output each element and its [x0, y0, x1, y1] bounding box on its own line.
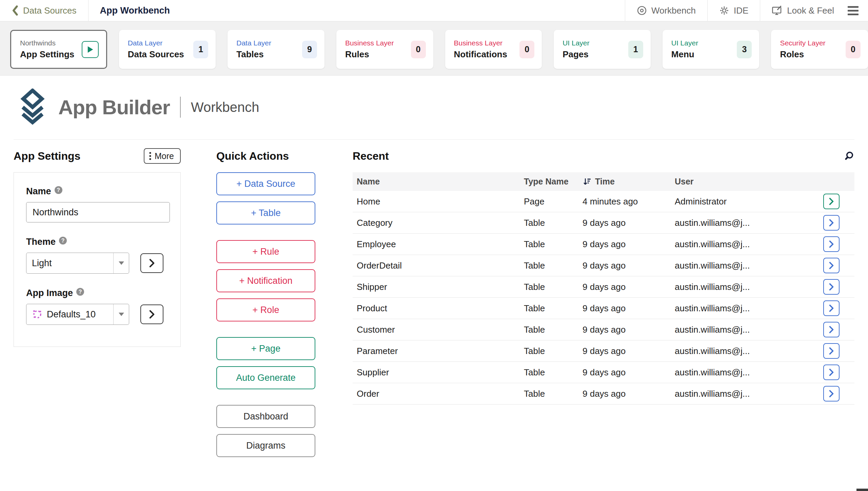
- open-row-button[interactable]: [823, 215, 840, 231]
- open-row-button[interactable]: [823, 194, 840, 209]
- table-row[interactable]: OrderDetail Table 9 days ago austin.will…: [353, 255, 854, 276]
- card-pages[interactable]: UI Layer Pages 1: [554, 30, 651, 69]
- count-badge: 9: [302, 41, 317, 58]
- card-app-settings[interactable]: Northwinds App Settings: [10, 30, 107, 69]
- horizontal-scrollbar-thumb[interactable]: [856, 489, 868, 491]
- table-row[interactable]: Supplier Table 9 days ago austin.william…: [353, 362, 854, 383]
- chevron-down-icon: [119, 261, 124, 265]
- row-time: 4 minutes ago: [583, 196, 675, 207]
- help-icon[interactable]: ?: [59, 237, 67, 244]
- chevron-right-icon: [829, 305, 834, 312]
- nav-item-workbench[interactable]: Workbench: [637, 5, 696, 16]
- add-data-source-button[interactable]: + Data Source: [216, 172, 315, 195]
- column-header-time[interactable]: Time: [583, 177, 675, 186]
- run-app-button[interactable]: [82, 41, 99, 58]
- card-notifications[interactable]: Business Layer Notifications 0: [445, 30, 542, 69]
- name-label: Name: [26, 186, 51, 197]
- row-user: austin.williams@j...: [675, 282, 823, 292]
- row-type: Table: [524, 367, 583, 378]
- row-user: austin.williams@j...: [675, 303, 823, 314]
- add-notification-button[interactable]: + Notification: [216, 269, 315, 292]
- row-name: Product: [353, 303, 524, 314]
- auto-generate-button[interactable]: Auto Generate: [216, 366, 315, 389]
- column-header-time-label: Time: [595, 177, 615, 186]
- row-time: 9 days ago: [583, 367, 675, 378]
- add-page-button[interactable]: + Page: [216, 337, 315, 360]
- open-row-button[interactable]: [823, 300, 840, 316]
- table-row[interactable]: Customer Table 9 days ago austin.william…: [353, 319, 854, 340]
- table-row[interactable]: Shipper Table 9 days ago austin.williams…: [353, 276, 854, 298]
- chevron-down-icon: [119, 313, 124, 316]
- add-role-button[interactable]: + Role: [216, 298, 315, 321]
- row-time: 9 days ago: [583, 346, 675, 356]
- nav-item-look-and-feel[interactable]: Look & Feel: [772, 5, 834, 16]
- card-menu[interactable]: UI Layer Menu 3: [663, 30, 760, 69]
- card-data-sources[interactable]: Data Layer Data Sources 1: [119, 30, 216, 69]
- row-type: Table: [524, 260, 583, 271]
- menu-hamburger-icon[interactable]: [848, 6, 859, 15]
- row-time: 9 days ago: [583, 389, 675, 399]
- card-roles[interactable]: Security Layer Roles 0: [771, 30, 868, 69]
- table-row[interactable]: Product Table 9 days ago austin.williams…: [353, 298, 854, 319]
- table-row[interactable]: Order Table 9 days ago austin.williams@j…: [353, 383, 854, 405]
- chevron-right-icon: [149, 259, 155, 268]
- open-row-button[interactable]: [823, 236, 840, 252]
- add-table-button[interactable]: + Table: [216, 201, 315, 224]
- divider: [625, 0, 625, 21]
- count-badge: 0: [846, 41, 861, 58]
- open-row-button[interactable]: [823, 386, 840, 401]
- nav-item-ide[interactable]: IDE: [719, 5, 748, 16]
- open-row-button[interactable]: [823, 279, 840, 295]
- row-time: 9 days ago: [583, 282, 675, 292]
- open-row-button[interactable]: [823, 322, 840, 337]
- row-type: Table: [524, 389, 583, 399]
- back-to-data-sources[interactable]: Data Sources: [12, 5, 77, 16]
- search-icon[interactable]: [844, 151, 854, 161]
- column-header-name[interactable]: Name: [353, 177, 524, 186]
- layer-card-strip: Northwinds App Settings Data Layer Data …: [0, 21, 868, 76]
- card-name: Pages: [563, 49, 589, 60]
- table-row[interactable]: Category Table 9 days ago austin.william…: [353, 212, 854, 234]
- card-layer: Business Layer: [454, 39, 507, 47]
- theme-dropdown[interactable]: Light: [26, 253, 129, 274]
- column-header-user[interactable]: User: [675, 177, 823, 186]
- help-icon[interactable]: ?: [76, 288, 84, 296]
- nav-item-label: Look & Feel: [787, 5, 834, 16]
- more-label: More: [155, 151, 174, 161]
- card-name: Tables: [236, 49, 271, 60]
- column-header-type[interactable]: Type Name: [524, 177, 583, 186]
- table-row[interactable]: Employee Table 9 days ago austin.william…: [353, 234, 854, 255]
- open-row-button[interactable]: [823, 365, 840, 380]
- open-row-button[interactable]: [823, 258, 840, 273]
- divider: [14, 139, 854, 140]
- help-icon[interactable]: ?: [55, 186, 62, 194]
- more-button[interactable]: More: [144, 148, 181, 164]
- app-image-dropdown[interactable]: Defaults_10: [26, 304, 129, 325]
- app-image-open-button[interactable]: [140, 305, 163, 324]
- divider: [707, 0, 708, 21]
- app-name-input[interactable]: [26, 202, 170, 222]
- card-rules[interactable]: Business Layer Rules 0: [336, 30, 433, 69]
- app-settings-panel: Name ? Theme ? Light: [14, 172, 181, 347]
- card-context: Northwinds: [20, 39, 74, 47]
- row-time: 9 days ago: [583, 303, 675, 314]
- card-name: Notifications: [454, 49, 507, 60]
- row-type: Table: [524, 325, 583, 335]
- table-row[interactable]: Home Page 4 minutes ago Administrator: [353, 191, 854, 212]
- card-layer: Data Layer: [236, 39, 271, 47]
- dashboard-button[interactable]: Dashboard: [216, 405, 315, 428]
- open-row-button[interactable]: [823, 343, 840, 359]
- row-name: Supplier: [353, 367, 524, 378]
- theme-open-button[interactable]: [140, 253, 163, 273]
- row-type: Page: [524, 196, 583, 207]
- card-layer: UI Layer: [671, 39, 698, 47]
- row-name: Home: [353, 196, 524, 207]
- diagrams-button[interactable]: Diagrams: [216, 434, 315, 457]
- nav-item-label: IDE: [734, 5, 748, 16]
- card-name: App Settings: [20, 49, 74, 60]
- brand-subtitle: Workbench: [191, 100, 259, 115]
- card-tables[interactable]: Data Layer Tables 9: [228, 30, 324, 69]
- table-row[interactable]: Parameter Table 9 days ago austin.willia…: [353, 340, 854, 362]
- row-user: austin.williams@j...: [675, 367, 823, 378]
- add-rule-button[interactable]: + Rule: [216, 240, 315, 263]
